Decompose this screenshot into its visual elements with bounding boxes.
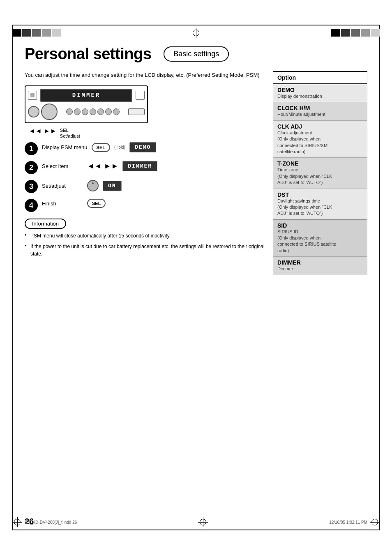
dimmer-name: DIMMER bbox=[277, 259, 363, 266]
color-bar-black bbox=[12, 29, 21, 37]
crosshair-bottom-right bbox=[370, 517, 380, 527]
step-3-display: ON bbox=[103, 181, 122, 191]
info-item-2: If the power to the unit is cut due to c… bbox=[25, 243, 265, 258]
step-circle-4: 4 bbox=[25, 199, 38, 212]
nav-text-setadjust: Set/adjust bbox=[60, 133, 80, 139]
sid-name: SID bbox=[277, 222, 363, 229]
device-top: DIMMER bbox=[28, 89, 145, 102]
info-list: PSM menu will close automatically after … bbox=[25, 232, 265, 258]
sid-desc: SIRIUS ID(Only displayed when connected … bbox=[277, 229, 363, 254]
device-knob bbox=[28, 106, 39, 117]
dimmer-desc: Dimmer bbox=[277, 266, 363, 272]
device-bottom-row bbox=[28, 104, 145, 120]
btn6 bbox=[105, 108, 112, 115]
color-bar-dark bbox=[22, 29, 31, 37]
step-1-label: Display PSM menu bbox=[42, 144, 88, 150]
nav-arrows: ◄◄ ►► bbox=[29, 127, 57, 135]
tzone-desc: Time zone(Only displayed when "CLK ADJ" … bbox=[277, 167, 363, 186]
reg-marks-top bbox=[12, 25, 380, 41]
color-bar-white bbox=[52, 29, 61, 37]
demo-desc: Display demonstration bbox=[277, 93, 363, 99]
tzone-name: T-ZONE bbox=[277, 160, 363, 167]
page-border-right bbox=[379, 25, 380, 530]
device-slot bbox=[128, 108, 145, 115]
footer-info: EN_KD-DV4200[J]_f.indd 26 12/16/05 1:02:… bbox=[25, 517, 367, 527]
settings-table-container: Option DEMO Display demonstration CLOCK … bbox=[273, 71, 367, 275]
btn1 bbox=[66, 108, 73, 115]
color-bar-r5 bbox=[371, 29, 380, 37]
page-title: Personal settings bbox=[25, 45, 151, 63]
device-knob2 bbox=[41, 104, 58, 120]
step-2-display: DIMMER bbox=[122, 161, 157, 171]
step-1: 1 Display PSM menu SEL (Hold) DEMO bbox=[25, 142, 265, 155]
color-bars-left bbox=[12, 29, 61, 37]
settings-row-tzone: T-ZONE Time zone(Only displayed when "CL… bbox=[273, 158, 367, 189]
nav-label: ◄◄ ►► SEL Set/adjust bbox=[29, 127, 265, 139]
step-circle-1: 1 bbox=[25, 142, 38, 155]
step-3-knob bbox=[87, 180, 99, 191]
step-1-display: DEMO bbox=[129, 142, 156, 152]
settings-row-dimmer: DIMMER Dimmer bbox=[273, 257, 367, 274]
settings-row-dst: DST Daylight savings time(Only displayed… bbox=[273, 189, 367, 220]
step-1-button: SEL bbox=[92, 143, 110, 152]
step-4: 4 Finish SEL bbox=[25, 199, 265, 212]
clock-desc: Hour/Minute adjustment bbox=[277, 111, 363, 117]
color-bars-right bbox=[331, 29, 380, 37]
step-circle-3: 3 bbox=[25, 180, 38, 193]
intro-text: You can adjust the time and change setti… bbox=[25, 71, 265, 79]
clock-name: CLOCK H/M bbox=[277, 105, 363, 111]
btn7 bbox=[113, 108, 120, 115]
color-bar-mid bbox=[32, 29, 41, 37]
btn3 bbox=[82, 108, 88, 115]
step-3-content: Set/adjust ON bbox=[42, 180, 265, 191]
demo-name: DEMO bbox=[277, 87, 363, 93]
info-item-1: PSM menu will close automatically after … bbox=[25, 232, 265, 240]
clkadj-name: CLK ADJ bbox=[277, 123, 363, 130]
main-content: Personal settings Basic settings You can… bbox=[25, 45, 367, 510]
settings-row-demo: DEMO Display demonstration bbox=[273, 84, 367, 102]
step-4-content: Finish SEL bbox=[42, 199, 265, 208]
color-bar-light bbox=[42, 29, 51, 37]
settings-row-sid: SID SIRIUS ID(Only displayed when connec… bbox=[273, 220, 367, 257]
step-circle-2: 2 bbox=[25, 161, 38, 174]
color-bar-r1 bbox=[331, 29, 340, 37]
step-2-label: Select item bbox=[42, 163, 83, 169]
step-4-button: SEL bbox=[87, 199, 106, 208]
page-border-left bbox=[12, 25, 13, 530]
color-bar-r3 bbox=[351, 29, 360, 37]
color-bar-r4 bbox=[361, 29, 370, 37]
device-buttons bbox=[59, 108, 127, 115]
footer-left: EN_KD-DV4200[J]_f.indd 26 bbox=[25, 520, 77, 525]
dst-desc: Daylight savings time(Only displayed whe… bbox=[277, 198, 363, 217]
crosshair-top bbox=[191, 28, 201, 38]
device-illustration: DIMMER bbox=[25, 85, 148, 123]
settings-table-header: Option bbox=[273, 72, 367, 84]
clkadj-desc: Clock adjustment(Only displayed when con… bbox=[277, 130, 363, 155]
basic-settings-badge: Basic settings bbox=[164, 46, 229, 62]
crosshair-bottom-left bbox=[12, 517, 22, 527]
step-2-arrows: ◄◄ ►► bbox=[87, 162, 118, 170]
color-bar-r2 bbox=[341, 29, 350, 37]
step-4-label: Finish bbox=[42, 200, 83, 207]
knob-dot bbox=[92, 182, 94, 184]
step-2: 2 Select item ◄◄ ►► DIMMER bbox=[25, 161, 265, 174]
main-layout: You can adjust the time and change setti… bbox=[25, 71, 367, 275]
settings-row-clock: CLOCK H/M Hour/Minute adjustment bbox=[273, 102, 367, 120]
btn5 bbox=[97, 108, 104, 115]
step-1-content: Display PSM menu SEL (Hold) DEMO bbox=[42, 142, 265, 152]
btn4 bbox=[90, 108, 96, 115]
info-badge: Information bbox=[25, 219, 66, 229]
btn2 bbox=[74, 108, 81, 115]
step-3-label: Set/adjust bbox=[42, 183, 83, 189]
step-1-sub: (Hold) bbox=[114, 145, 125, 150]
nav-text-sel: SEL bbox=[60, 127, 80, 133]
left-column: You can adjust the time and change setti… bbox=[25, 71, 265, 275]
page-header: Personal settings Basic settings bbox=[25, 45, 367, 63]
settings-row-clkadj: CLK ADJ Clock adjustment(Only displayed … bbox=[273, 121, 367, 158]
crosshair-footer bbox=[198, 517, 208, 527]
footer-right: 12/16/05 1:02:11 PM bbox=[329, 520, 367, 525]
device-display: DIMMER bbox=[40, 89, 132, 102]
step-2-content: Select item ◄◄ ►► DIMMER bbox=[42, 161, 265, 171]
step-3: 3 Set/adjust ON bbox=[25, 180, 265, 193]
information-box: Information PSM menu will close automati… bbox=[25, 219, 265, 258]
